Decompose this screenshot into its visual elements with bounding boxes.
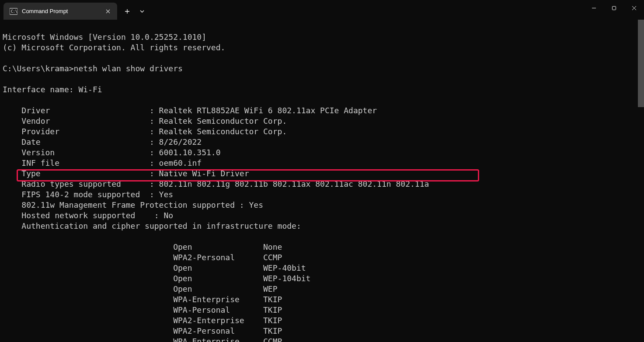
- tab-dropdown-button[interactable]: [135, 4, 150, 19]
- scrollbar[interactable]: [638, 20, 644, 342]
- command: netsh wlan show drivers: [74, 64, 183, 73]
- terminal-output[interactable]: Microsoft Windows [Version 10.0.25252.10…: [0, 20, 644, 342]
- close-button[interactable]: [624, 0, 644, 16]
- tab-title: Command Prompt: [22, 8, 100, 14]
- titlebar-tools: [120, 0, 150, 20]
- header-line1: Microsoft Windows [Version 10.0.25252.10…: [3, 32, 206, 42]
- titlebar-drag-area[interactable]: [150, 0, 584, 20]
- tab-command-prompt[interactable]: C:\ Command Prompt: [3, 3, 117, 20]
- header-line2: (c) Microsoft Corporation. All rights re…: [3, 43, 225, 52]
- driver-fields: Driver : Realtek RTL8852AE WiFi 6 802.11…: [3, 106, 429, 230]
- new-tab-button[interactable]: [120, 4, 135, 19]
- prompt: C:\Users\krama>: [3, 64, 74, 73]
- titlebar: C:\ Command Prompt: [0, 0, 644, 20]
- scrollbar-thumb[interactable]: [638, 20, 644, 107]
- maximize-button[interactable]: [604, 0, 624, 16]
- interface-line: Interface name: Wi-Fi: [3, 85, 102, 94]
- cmd-icon: C:\: [10, 7, 17, 15]
- window-controls: [584, 0, 644, 20]
- svg-text:C:\: C:\: [11, 10, 17, 14]
- minimize-button[interactable]: [584, 0, 604, 16]
- terminal-window: C:\ Command Prompt: [0, 0, 644, 342]
- auth-cipher-list: Open None WPA2-Personal CCMP Open WEP-40…: [3, 242, 310, 342]
- svg-rect-2: [612, 6, 616, 10]
- tab-close-button[interactable]: [104, 7, 112, 15]
